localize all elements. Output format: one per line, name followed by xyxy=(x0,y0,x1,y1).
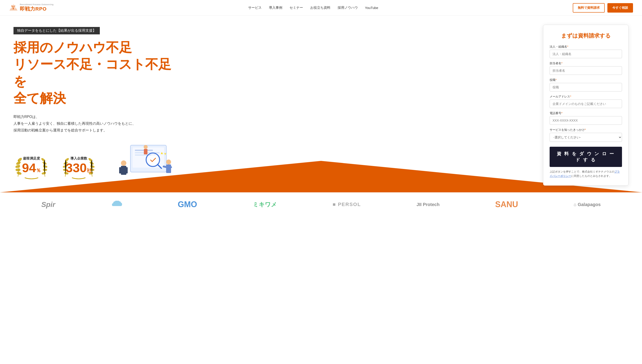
hero-title: 採用のノウハウ不足 リソース不足・コスト不足を 全て解決 xyxy=(14,39,182,107)
hero-tag: 独自データをもとにした【結果が出る採用支援】 xyxy=(14,27,100,34)
input-person[interactable] xyxy=(550,66,622,75)
logo-cloud xyxy=(111,199,122,210)
form-group-person: 担当者名* xyxy=(550,61,622,75)
select-source[interactable]: -選択してください- 検索エンジン SNS 紹介 セミナー その他 xyxy=(550,133,622,142)
form-card: まずは資料請求する 法人・組織名* 担当者名* 役職* メールアドレス* xyxy=(543,25,628,186)
header: Recruitment Process Outsourcing 即戦力RPO サ… xyxy=(0,0,642,16)
form-group-phone: 電話番号* xyxy=(550,111,622,125)
privacy-note: 上記ボタンを押すことで、株式会社ミギナナメウエのプライバシーポリシーに同意したも… xyxy=(550,170,622,178)
form-group-email: メールアドレス* xyxy=(550,94,622,108)
nav-service[interactable]: サービス xyxy=(248,6,262,10)
input-position[interactable] xyxy=(550,83,622,92)
header-buttons: 無料で資料請求 今すぐ相談 xyxy=(573,3,633,12)
logo-spir: Spir xyxy=(41,200,55,209)
download-button[interactable]: 資 料 を ダ ウ ン ロ ー ド す る xyxy=(550,147,622,167)
logo-mikiwa: ミキワメ xyxy=(253,201,277,208)
hero-description: 即戦力RPOは、 人事を一人雇うより安く、独自に蓄積した再現性の高いノウハウをも… xyxy=(14,114,182,134)
input-company[interactable] xyxy=(550,50,622,58)
main-nav: サービス 導入事例 セミナー お役立ち資料 採用ノウハウ YouTube xyxy=(248,6,378,10)
label-email: メールアドレス* xyxy=(550,94,622,99)
consult-button[interactable]: 今すぐ相談 xyxy=(607,3,633,12)
hero-section: 独自データをもとにした【結果が出る採用支援】 採用のノウハウ不足 リソース不足・… xyxy=(0,16,642,192)
form-group-company: 法人・組織名* xyxy=(550,45,622,58)
logo[interactable]: Recruitment Process Outsourcing 即戦力RPO xyxy=(9,3,54,12)
logo-jii: JII Protech xyxy=(416,202,439,207)
label-position: 役職* xyxy=(550,78,622,82)
label-person: 担当者名* xyxy=(550,61,622,66)
logo-small-text: Recruitment Process Outsourcing xyxy=(20,3,54,6)
logo-main: 即戦力RPO xyxy=(20,6,54,12)
logos-section: Spir GMO ミキワメ ■ PERSOL JII Protech SANU … xyxy=(0,192,642,216)
free-request-button[interactable]: 無料で資料請求 xyxy=(573,3,605,12)
nav-youtube[interactable]: YouTube xyxy=(365,6,378,10)
label-phone: 電話番号* xyxy=(550,111,622,115)
form-group-source: サービスを知ったきっかけ* -選択してください- 検索エンジン SNS 紹介 セ… xyxy=(550,128,622,142)
form-title: まずは資料請求する xyxy=(550,32,622,39)
logo-icon xyxy=(9,3,18,12)
label-company: 法人・組織名* xyxy=(550,45,622,49)
svg-point-39 xyxy=(144,145,148,149)
nav-cases[interactable]: 導入事例 xyxy=(269,6,282,10)
input-phone[interactable] xyxy=(550,116,622,125)
nav-knowhow[interactable]: 採用ノウハウ xyxy=(338,6,358,10)
logo-persol: ■ PERSOL xyxy=(333,202,361,208)
logo-gmo: GMO xyxy=(178,200,197,209)
form-group-position: 役職* xyxy=(550,78,622,92)
nav-seminar[interactable]: セミナー xyxy=(290,6,303,10)
label-source: サービスを知ったきっかけ* xyxy=(550,128,622,132)
svg-rect-40 xyxy=(144,149,148,154)
nav-resources[interactable]: お役立ち資料 xyxy=(310,6,330,10)
logo-galapagos: ⌂ Galapagos xyxy=(574,202,601,207)
input-email[interactable] xyxy=(550,100,622,108)
logo-sanu: SANU xyxy=(495,200,518,209)
